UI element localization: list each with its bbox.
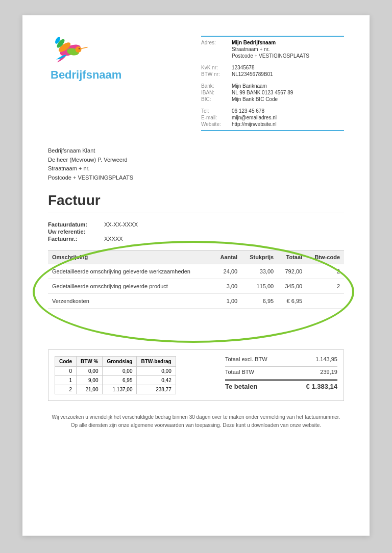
footer-line1: Wij verzoeken u vriendelijk het verschul… (48, 413, 344, 421)
row1-aantal: 24,00 (213, 264, 241, 279)
iban-row: IBAN: NL 99 BANK 0123 4567 89 (201, 90, 344, 95)
iban-value: NL 99 BANK 0123 4567 89 (232, 90, 293, 95)
btw-row: 0 0,00 0,00 0,00 (55, 367, 176, 376)
totaal-excl-value: 1.143,95 (297, 356, 337, 362)
table-row: Verzendkosten 1,00 6,95 € 6,95 (48, 294, 344, 309)
footer-text: Wij verzoeken u vriendelijk het verschul… (48, 413, 344, 430)
invoice-meta: Factuurdatum: XX-XX-XXXX Uw referentie: … (48, 221, 344, 242)
company-name: Bedrijfsnaam (51, 68, 121, 82)
address-name-row: Adres: Mijn Bedrijfsnaam (201, 40, 344, 45)
row2-aantal: 3,00 (213, 279, 241, 294)
col-totaal: Totaal (278, 250, 306, 264)
btw-bedrag-0: 0,00 (137, 367, 176, 376)
totaal-btw-row: Totaal BTW 239,19 (225, 366, 337, 377)
email-label: E-mail: (201, 115, 232, 120)
btw-grondslag-2: 1.137,00 (103, 385, 137, 394)
btw-code-0: 0 (55, 367, 77, 376)
client-line2: De heer (Mevrouw) P. Verweerd (48, 156, 344, 165)
ref-row: Uw referentie: (48, 229, 344, 235)
btw-pct-2: 21,00 (77, 385, 103, 394)
btw-col-pct: BTW % (77, 357, 103, 367)
row3-stukprijs: 6,95 (241, 294, 278, 309)
row3-aantal: 1,00 (213, 294, 241, 309)
iban-label: IBAN: (201, 90, 232, 95)
te-betalen-currency: € (306, 383, 310, 390)
bic-row: BIC: Mijn Bank BIC Code (201, 96, 344, 102)
btw-pct-0: 0,00 (77, 367, 103, 376)
btw-row: 2 21,00 1.137,00 238,77 (55, 385, 176, 394)
totaal-excl-row: Totaal excl. BTW 1.143,95 (225, 356, 337, 364)
table-body: Gedetailleerde omschrijving geleverde we… (48, 264, 344, 309)
address-street-row: Straatnaam + nr. (201, 46, 344, 52)
ref-label: Uw referentie: (48, 229, 104, 235)
table-header: Omschrijving Aantal Stukprijs Totaal Btw… (48, 250, 344, 264)
top-divider (201, 36, 344, 37)
address-city-row: Postcode + VESTIGINGSPLAATS (201, 53, 344, 59)
kvk-value: 12345678 (232, 65, 255, 70)
number-label: Factuurnr.: (48, 236, 104, 242)
table-row: Gedetailleerde omschrijving geleverde we… (48, 264, 344, 279)
table-wrapper: Omschrijving Aantal Stukprijs Totaal Btw… (48, 250, 344, 309)
btw-row: 1 9,00 6,95 0,42 (55, 376, 176, 385)
kvk-label: KvK nr: (201, 65, 232, 70)
client-line4: Postcode + VESTIGINGSPLAATS (48, 173, 344, 183)
btw-col-bedrag: BTW-bedrag (137, 357, 176, 367)
tel-value: 06 123 45 678 (232, 108, 264, 114)
footer-line2: Op alle diensten zijn onze algemene voor… (48, 421, 344, 430)
number-value: XXXXX (104, 236, 123, 242)
svg-point-5 (76, 46, 82, 53)
te-betalen-row: Te betalen € 1.383,14 (225, 379, 337, 392)
btw-label: BTW nr: (201, 71, 232, 77)
email-value: mijn@emailadres.nl (232, 115, 277, 120)
row2-desc: Gedetailleerde omschrijving geleverde pr… (48, 279, 213, 294)
date-row: Factuurdatum: XX-XX-XXXX (48, 221, 344, 228)
row1-stukprijs: 33,00 (241, 264, 278, 279)
row2-totaal: 345,00 (278, 279, 306, 294)
btw-pct-1: 9,00 (77, 376, 103, 385)
row3-totaal: € 6,95 (278, 294, 306, 309)
btw-grondslag-1: 6,95 (103, 376, 137, 385)
client-address: Bedrijfsnaam Klant De heer (Mevrouw) P. … (48, 146, 344, 182)
date-value: XX-XX-XXXX (104, 221, 138, 228)
btw-col-code: Code (55, 357, 77, 367)
te-betalen-amount: 1.383,14 (311, 383, 337, 390)
number-row: Factuurnr.: XXXXX (48, 236, 344, 242)
btw-section: Code BTW % Grondslag BTW-bedrag 0 0,00 0… (55, 356, 176, 394)
btw-code-1: 1 (55, 376, 77, 385)
bank-row: Bank: Mijn Banknaam (201, 83, 344, 89)
totaal-btw-value: 239,19 (297, 369, 337, 375)
address-city: Postcode + VESTIGINGSPLAATS (232, 53, 309, 59)
svg-line-6 (81, 47, 88, 49)
svg-point-7 (79, 48, 80, 49)
kvk-row: KvK nr: 12345678 (201, 65, 344, 70)
row2-stukprijs: 115,00 (241, 279, 278, 294)
table-row: Gedetailleerde omschrijving geleverde pr… (48, 279, 344, 294)
email-row: E-mail: mijn@emailadres.nl (201, 115, 344, 120)
bank-value: Mijn Banknaam (232, 83, 267, 89)
row2-btw: 2 (306, 279, 344, 294)
btw-grondslag-0: 0,00 (103, 367, 137, 376)
bottom-divider (201, 130, 344, 131)
address-street: Straatnaam + nr. (232, 46, 270, 52)
date-label: Factuurdatum: (48, 221, 104, 228)
btw-table: Code BTW % Grondslag BTW-bedrag 0 0,00 0… (55, 356, 176, 394)
client-line1: Bedrijfsnaam Klant (48, 146, 344, 156)
header: Bedrijfsnaam Adres: Mijn Bedrijfsnaam St… (48, 36, 344, 131)
col-stukprijs: Stukprijs (241, 250, 278, 264)
tel-label: Tel: (201, 108, 232, 114)
row1-btw: 2 (306, 264, 344, 279)
address-label: Adres: (201, 40, 232, 45)
row3-btw (306, 294, 344, 309)
totaal-excl-label: Totaal excl. BTW (225, 356, 267, 362)
logo-bird-icon (48, 36, 89, 66)
btw-row: BTW nr: NL123456789B01 (201, 71, 344, 77)
bank-label: Bank: (201, 83, 232, 89)
btw-col-grondslag: Grondslag (103, 357, 137, 367)
totaal-btw-label: Totaal BTW (225, 369, 254, 375)
totals-block: Totaal excl. BTW 1.143,95 Totaal BTW 239… (225, 356, 337, 394)
address-block: Adres: Mijn Bedrijfsnaam Straatnaam + nr… (201, 36, 344, 131)
row3-desc: Verzendkosten (48, 294, 213, 309)
website-value: http://mijnwebsite.nl (232, 121, 277, 127)
website-label: Website: (201, 121, 232, 127)
bic-value: Mijn Bank BIC Code (232, 96, 278, 102)
